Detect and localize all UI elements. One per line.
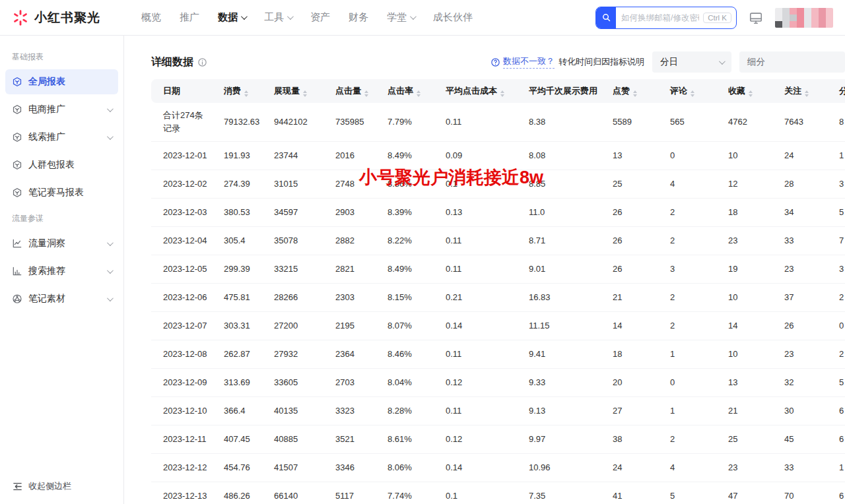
sidebar-item-线索推广[interactable]: 线索推广: [5, 125, 118, 150]
data-cell: 0.11: [434, 340, 517, 368]
search-icon[interactable]: [596, 7, 616, 29]
data-cell: 6: [827, 482, 845, 504]
data-cell: 8.04%: [376, 368, 434, 396]
nav-item-学堂[interactable]: 学堂: [378, 0, 424, 36]
column-header-点击率[interactable]: 点击率: [376, 79, 434, 103]
data-cell: 274.39: [212, 170, 262, 198]
search-input[interactable]: [616, 13, 703, 22]
column-header-label: 平均点击成本: [446, 86, 497, 96]
data-cell: 2016: [323, 141, 376, 170]
nav-item-label: 资产: [310, 11, 330, 24]
data-cell: 32: [772, 368, 827, 396]
sidebar-item-流量洞察[interactable]: 流量洞察: [5, 231, 118, 256]
column-header-点击量[interactable]: 点击量: [323, 79, 376, 103]
date-cell: 2023-12-10: [151, 396, 212, 425]
nav-item-成长伙伴[interactable]: 成长伙伴: [424, 0, 482, 36]
nav-item-推广[interactable]: 推广: [170, 0, 209, 36]
sidebar-item-搜索推荐[interactable]: 搜索推荐: [5, 259, 118, 284]
sort-toggle-icon[interactable]: [303, 90, 307, 97]
sort-toggle-icon[interactable]: [417, 90, 421, 97]
column-header-分享[interactable]: 分享: [827, 79, 845, 103]
data-cell: 4: [658, 453, 716, 482]
data-cell: 7: [827, 226, 845, 255]
attribution-note-link[interactable]: 转化时间归因指标说明: [558, 56, 644, 68]
data-cell: 24: [772, 141, 827, 170]
date-cell: 2023-12-04: [151, 226, 212, 255]
sidebar-item-笔记赛马报表[interactable]: 笔记赛马报表: [5, 180, 118, 205]
sort-toggle-icon[interactable]: [633, 90, 637, 97]
data-cell: 30: [772, 396, 827, 425]
nav-item-概览[interactable]: 概览: [132, 0, 170, 36]
collapse-icon: [12, 481, 23, 492]
sort-toggle-icon[interactable]: [749, 90, 753, 97]
data-cell: 25: [716, 425, 772, 453]
data-cell: 33: [772, 453, 827, 482]
data-cell: 21: [716, 396, 772, 425]
column-header-平均点击成本[interactable]: 平均点击成本: [434, 79, 517, 103]
data-cell: 28: [772, 170, 827, 198]
sidebar-item-label: 笔记赛马报表: [28, 187, 84, 199]
sort-toggle-icon[interactable]: [244, 90, 248, 97]
data-cell: 2: [658, 311, 716, 340]
sidebar: 基础报表全局报表电商推广线索推广人群包报表笔记赛马报表流量参谋流量洞察搜索推荐笔…: [0, 36, 124, 504]
search-shortcut-badge: Ctrl K: [703, 13, 731, 23]
nav-item-工具[interactable]: 工具: [255, 0, 301, 36]
data-cell: 33605: [262, 368, 323, 396]
column-header-评论[interactable]: 评论: [658, 79, 716, 103]
detail-data-table-wrap: 日期消费展现量点击量点击率平均点击成本平均千次展示费用点赞评论收藏关注分享合计2…: [151, 79, 845, 504]
table-row: 2023-12-08262.872793223648.46%0.119.4118…: [151, 340, 845, 368]
table-row: 2023-12-03380.533459729038.39%0.1311.026…: [151, 198, 845, 226]
collapse-sidebar-button[interactable]: 收起侧边栏: [0, 471, 123, 504]
data-cell: 8.28%: [376, 396, 434, 425]
sort-toggle-icon[interactable]: [364, 90, 368, 97]
trend-line-icon: [12, 238, 22, 249]
data-cell: 0.1: [434, 482, 517, 504]
data-cell: 3: [827, 170, 845, 198]
sidebar-item-电商推广[interactable]: 电商推广: [5, 97, 118, 122]
main-content: 详细数据 数据不一致？ 转化时间归因指标说明 分日: [124, 36, 845, 504]
info-icon[interactable]: [197, 57, 207, 67]
data-cell: 454.76: [212, 453, 262, 482]
user-account-redacted[interactable]: [775, 8, 833, 28]
data-cell: 13: [716, 368, 772, 396]
table-row: 2023-12-02274.393101527488.86%0.18.85254…: [151, 170, 845, 198]
data-cell: 8.61%: [376, 425, 434, 453]
sidebar-item-全局报表[interactable]: 全局报表: [5, 69, 118, 94]
data-cell: 5: [827, 368, 845, 396]
nav-item-label: 数据: [218, 11, 238, 24]
material-atom-icon: [12, 294, 22, 304]
app-logo[interactable]: 小红书聚光: [12, 9, 118, 26]
sidebar-item-人群包报表[interactable]: 人群包报表: [5, 152, 118, 177]
sort-toggle-icon[interactable]: [500, 90, 504, 97]
column-header-展现量[interactable]: 展现量: [262, 79, 323, 103]
data-cell: 4: [658, 170, 716, 198]
nav-item-资产[interactable]: 资产: [301, 0, 339, 36]
granularity-select[interactable]: 分日: [652, 51, 731, 73]
column-header-点赞[interactable]: 点赞: [601, 79, 658, 103]
data-inconsistency-link[interactable]: 数据不一致？: [490, 55, 555, 69]
data-cell: 23744: [262, 141, 323, 170]
nav-item-财务[interactable]: 财务: [339, 0, 378, 36]
data-cell: 3: [658, 255, 716, 283]
data-cell: 313.69: [212, 368, 262, 396]
column-header-收藏[interactable]: 收藏: [716, 79, 772, 103]
sidebar-section-title: 基础报表: [0, 45, 123, 68]
column-header-消费[interactable]: 消费: [212, 79, 262, 103]
column-header-平均千次展示费用[interactable]: 平均千次展示费用: [517, 79, 601, 103]
data-cell: 2748: [323, 170, 376, 198]
nav-item-数据[interactable]: 数据: [209, 0, 255, 36]
data-cell: 33215: [262, 255, 323, 283]
breakdown-select[interactable]: 细分: [739, 51, 845, 73]
column-header-关注[interactable]: 关注: [772, 79, 827, 103]
data-cell: 66140: [262, 482, 323, 504]
data-cell: 23: [772, 340, 827, 368]
sidebar-item-笔记素材[interactable]: 笔记素材: [5, 286, 118, 311]
sort-toggle-icon[interactable]: [691, 90, 694, 97]
data-cell: 2821: [323, 255, 376, 283]
data-cell: 70: [772, 482, 827, 504]
monitor-icon[interactable]: [749, 11, 763, 25]
sort-toggle-icon[interactable]: [805, 90, 809, 97]
data-cell: 2: [827, 283, 845, 311]
data-cell: 3323: [323, 396, 376, 425]
data-cell: 6: [827, 396, 845, 425]
